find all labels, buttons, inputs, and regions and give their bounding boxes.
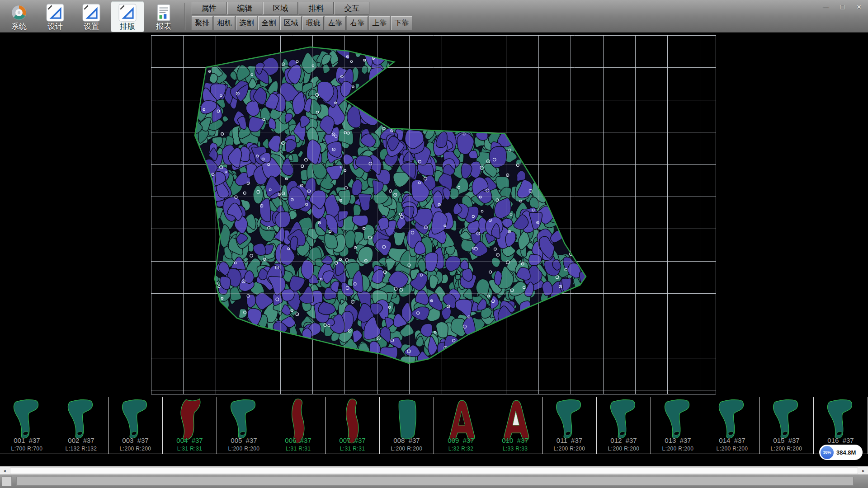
tab-properties[interactable]: 属性 [192, 2, 226, 14]
piece-thumbnail-001_#37[interactable]: 001_#37L:700 R:700 [0, 397, 54, 454]
tool-button-align-left[interactable]: 左靠 [325, 16, 346, 30]
main-toolbar: 系统设计设置排版报表 属性编辑区域排料交互 聚排相机选割全割区域瑕疵左靠右靠上靠… [0, 0, 868, 33]
piece-name: 010_#37 [488, 436, 542, 444]
window-controls: ─□× [821, 2, 863, 12]
main-button-design[interactable]: 设计 [38, 1, 72, 32]
piece-thumbnail-008_#37[interactable]: 008_#37L:200 R:200 [380, 397, 434, 454]
main-button-report[interactable]: 报表 [147, 1, 180, 32]
piece-name: 011_#37 [542, 436, 596, 444]
close-button[interactable]: × [854, 2, 863, 12]
main-button-label: 排版 [120, 23, 135, 30]
piece-thumbnail-014_#37[interactable]: 014_#37L:200 R:200 [705, 397, 760, 454]
piece-counts: L:200 R:200 [108, 446, 162, 452]
main-button-label: 报表 [156, 23, 171, 30]
ruler-icon [46, 3, 65, 22]
scrollbar-thumb[interactable] [10, 467, 858, 474]
tool-button-align-right[interactable]: 右靠 [347, 16, 368, 30]
piece-name: 016_#37 [814, 436, 868, 444]
memory-usage: 384.8M [836, 449, 856, 456]
piece-thumbnail-010_#37[interactable]: 010_#37L:33 R:33 [488, 397, 542, 454]
ruler-icon [118, 3, 137, 22]
piece-thumbnail-007_#37[interactable]: 007_#37L:31 R:31 [326, 397, 380, 454]
piece-name: 012_#37 [597, 436, 651, 444]
piece-thumbnail-015_#37[interactable]: 015_#37L:200 R:200 [760, 397, 814, 454]
tool-button-defect[interactable]: 瑕疵 [302, 16, 324, 30]
piece-name: 002_#37 [54, 436, 108, 444]
piece-counts: L:31 R:31 [163, 446, 217, 452]
main-buttons-group: 系统设计设置排版报表 [0, 0, 183, 33]
app-window: 系统设计设置排版报表 属性编辑区域排料交互 聚排相机选割全割区域瑕疵左靠右靠上靠… [0, 0, 868, 488]
piece-counts: L:31 R:31 [271, 446, 325, 452]
piece-name: 014_#37 [705, 436, 759, 444]
piece-counts: L:200 R:200 [705, 446, 759, 452]
main-button-label: 设计 [47, 23, 63, 30]
piece-name: 008_#37 [380, 436, 434, 444]
main-button-layout[interactable]: 排版 [111, 1, 144, 32]
piece-thumbnail-005_#37[interactable]: 005_#37L:200 R:200 [217, 397, 271, 454]
piece-thumbnail-002_#37[interactable]: 002_#37L:132 R:132 [54, 397, 108, 454]
piece-name: 001_#37 [0, 436, 54, 444]
minimize-button[interactable]: ─ [821, 2, 831, 12]
piece-name: 004_#37 [163, 436, 217, 444]
ruler-icon [82, 3, 101, 22]
maximize-button[interactable]: □ [838, 2, 847, 12]
nesting-canvas[interactable] [0, 33, 868, 397]
piece-counts: L:32 R:32 [434, 446, 488, 452]
piece-counts: L:200 R:200 [597, 446, 651, 452]
tool-button-select-cut[interactable]: 选割 [236, 16, 257, 30]
piece-thumbnail-004_#37[interactable]: 004_#37L:31 R:31 [163, 397, 217, 454]
piece-thumbnail-011_#37[interactable]: 011_#37L:200 R:200 [542, 397, 597, 454]
tab-region[interactable]: 区域 [263, 2, 298, 14]
piece-name: 013_#37 [651, 436, 705, 444]
tab-edit[interactable]: 编辑 [227, 2, 262, 14]
piece-thumbnail-006_#37[interactable]: 006_#37L:31 R:31 [271, 397, 326, 454]
piece-counts: L:200 R:200 [217, 446, 271, 452]
tool-button-camera[interactable]: 相机 [214, 16, 235, 30]
progress-indicator: 38% 384.8M [819, 445, 863, 460]
piece-counts: L:200 R:200 [380, 446, 434, 452]
piece-name: 009_#37 [434, 436, 488, 444]
piece-counts: L:200 R:200 [542, 446, 596, 452]
piece-counts: L:33 R:33 [488, 446, 542, 452]
tool-button-align-bottom[interactable]: 下靠 [391, 16, 412, 30]
toolbar-divider [184, 3, 185, 30]
tab-interaction[interactable]: 交互 [335, 2, 369, 14]
scroll-left-button[interactable]: ◄ [0, 467, 9, 475]
main-button-settings[interactable]: 设置 [75, 1, 108, 32]
main-button-system[interactable]: 系统 [2, 1, 36, 32]
progress-percent: 38% [823, 450, 831, 455]
piece-counts: L:200 R:200 [651, 446, 705, 452]
piece-name: 015_#37 [760, 436, 813, 444]
tab-nesting[interactable]: 排料 [299, 2, 334, 14]
tool-button-align-top[interactable]: 上靠 [369, 16, 390, 30]
piece-thumbnail-012_#37[interactable]: 012_#37L:200 R:200 [597, 397, 651, 454]
piece-counts: L:200 R:200 [760, 446, 813, 452]
progress-circle: 38% [821, 446, 834, 459]
piece-counts: L:132 R:132 [54, 446, 108, 452]
bottom-scrollbar[interactable] [0, 474, 868, 488]
bottom-scroll-button[interactable] [2, 476, 12, 486]
main-button-label: 设置 [84, 23, 99, 30]
gear-icon [9, 3, 28, 22]
piece-name: 005_#37 [217, 436, 271, 444]
piece-name: 006_#37 [271, 436, 325, 444]
main-button-label: 系统 [11, 23, 27, 30]
piece-counts: L:31 R:31 [326, 446, 379, 452]
bottom-scroll-thumb[interactable] [16, 477, 854, 486]
menu-area: 属性编辑区域排料交互 聚排相机选割全割区域瑕疵左靠右靠上靠下靠 [192, 0, 412, 30]
piece-counts: L:700 R:700 [0, 446, 54, 452]
piece-thumbnail-003_#37[interactable]: 003_#37L:200 R:200 [108, 397, 163, 454]
piece-name: 007_#37 [326, 436, 379, 444]
report-icon [154, 3, 173, 22]
tool-button-cluster-nest[interactable]: 聚排 [192, 16, 213, 30]
piece-name: 003_#37 [108, 436, 162, 444]
menu-tab-row: 属性编辑区域排料交互 [192, 2, 412, 14]
tool-button-cut-all[interactable]: 全割 [258, 16, 279, 30]
horizontal-scrollbar[interactable]: ◄ ► [0, 466, 868, 474]
pieces-panel: 001_#37L:700 R:700002_#37L:132 R:132003_… [0, 397, 868, 454]
tool-button-row: 聚排相机选割全割区域瑕疵左靠右靠上靠下靠 [192, 16, 412, 30]
tool-button-area[interactable]: 区域 [280, 16, 302, 30]
scroll-right-button[interactable]: ► [859, 467, 868, 475]
piece-thumbnail-013_#37[interactable]: 013_#37L:200 R:200 [651, 397, 705, 454]
piece-thumbnail-009_#37[interactable]: 009_#37L:32 R:32 [434, 397, 488, 454]
